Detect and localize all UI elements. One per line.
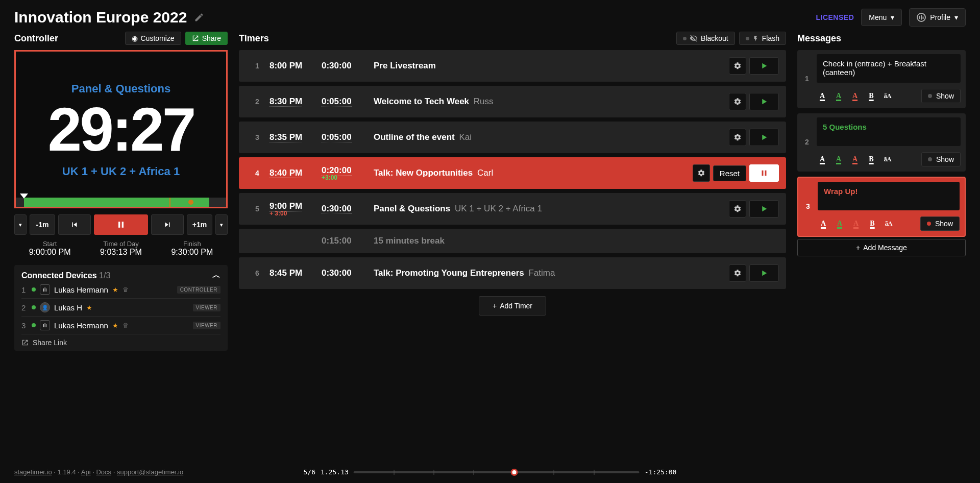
timer-row[interactable]: 3 8:35 PM 0:05:00 Outline of the event K… <box>239 122 786 153</box>
settings-button[interactable] <box>729 57 746 75</box>
star-icon: ★ <box>112 286 118 294</box>
show-message-button[interactable]: Show <box>921 89 961 103</box>
blackout-button[interactable]: Blackout <box>676 32 735 45</box>
eye-off-icon <box>690 34 698 42</box>
timer-label: Talk: Promoting Young Entrepreners Fatim… <box>374 268 728 278</box>
device-row[interactable]: 1 ılı Lukas Hermann ★ ♛ CONTROLLER <box>21 281 220 298</box>
connected-devices-panel: Connected Devices 1/3 ︿ 1 ılı Lukas Herm… <box>14 265 228 351</box>
device-name: Lukas H <box>54 303 82 312</box>
device-index: 2 <box>21 303 28 312</box>
start-time: 9:00:00 PM <box>29 248 71 257</box>
progress-dot-icon <box>188 200 193 205</box>
timer-row[interactable]: 2 8:30 PM 0:05:00 Welcome to Tech Week R… <box>239 86 786 117</box>
add-message-button[interactable]: + Add Message <box>797 239 966 256</box>
plus-icon: + <box>493 302 497 310</box>
format-case-button[interactable]: ãA <box>882 156 893 163</box>
timeline-slider[interactable] <box>354 471 640 473</box>
settings-button[interactable] <box>729 264 746 282</box>
timer-speaker: Kai <box>459 132 472 142</box>
status-dot-icon <box>927 222 931 226</box>
previous-button[interactable] <box>58 214 91 235</box>
timer-label: 15 minutes break <box>374 236 779 246</box>
timer-index: 6 <box>246 269 268 277</box>
show-message-button[interactable]: Show <box>921 152 961 166</box>
next-button[interactable] <box>151 214 184 235</box>
timer-duration: 0:05:00 <box>322 96 373 107</box>
format-bold-button[interactable]: B <box>866 92 877 100</box>
settings-button[interactable] <box>729 200 746 218</box>
profile-dropdown[interactable]: Profile ▾ <box>909 8 966 27</box>
format-case-button[interactable]: ãA <box>883 220 894 228</box>
play-button[interactable] <box>749 129 779 146</box>
timer-break-row[interactable]: 0:15:00 15 minutes break <box>239 229 786 253</box>
footer-docs-link[interactable]: Docs <box>96 468 111 476</box>
flash-button[interactable]: Flash <box>739 32 786 45</box>
pause-button[interactable] <box>94 214 148 235</box>
device-row[interactable]: 2 👤 Lukas H ★ VIEWER <box>21 298 220 316</box>
footer-api-link[interactable]: Api <box>81 468 91 476</box>
play-button[interactable] <box>749 93 779 110</box>
format-color-white-button[interactable]: A <box>817 155 828 163</box>
footer-site-link[interactable]: stagetimer.io <box>14 468 52 476</box>
reset-button[interactable]: Reset <box>713 165 746 181</box>
message-card: 3 Wrap Up! A A A B ãA Show <box>797 177 966 237</box>
profile-icon <box>917 13 926 22</box>
pencil-icon[interactable] <box>194 12 204 22</box>
plus-1m-button[interactable]: +1m <box>187 214 212 235</box>
message-text-input[interactable]: Check in (entrace) + Breakfast (canteen) <box>817 54 961 83</box>
menu-dropdown[interactable]: Menu ▾ <box>861 9 902 26</box>
eye-icon: ◉ <box>132 34 138 42</box>
device-name: Lukas Hermann <box>54 321 108 330</box>
footer-support-link[interactable]: support@stagetimer.io <box>117 468 183 476</box>
share-link-button[interactable]: Share Link <box>21 334 220 347</box>
settings-button[interactable] <box>729 93 746 110</box>
play-button[interactable] <box>749 264 779 282</box>
format-color-red-button[interactable]: A <box>850 220 862 228</box>
customize-button[interactable]: ◉ Customize <box>125 32 181 45</box>
add-timer-button[interactable]: + Add Timer <box>479 296 546 316</box>
timer-row[interactable]: 4 8:40 PM 0:20:00+3:00 Talk: New Opportu… <box>239 157 786 189</box>
svg-rect-8 <box>762 171 764 176</box>
minus-1m-button[interactable]: -1m <box>30 214 55 235</box>
plus-dropdown[interactable]: ▾ <box>215 214 228 235</box>
timer-start-time: 8:45 PM <box>270 268 321 278</box>
svg-rect-4 <box>122 222 124 228</box>
settings-button[interactable] <box>729 129 746 146</box>
timer-start-time: 8:35 PM <box>270 132 321 142</box>
format-bold-button[interactable]: B <box>867 220 878 228</box>
play-button[interactable] <box>749 200 779 218</box>
minus-dropdown[interactable]: ▾ <box>14 214 27 235</box>
timer-row[interactable]: 6 8:45 PM 0:30:00 Talk: Promoting Young … <box>239 257 786 289</box>
timer-duration: 0:30:00 <box>322 268 373 278</box>
timer-index: 1 <box>246 62 268 70</box>
format-color-red-button[interactable]: A <box>849 155 861 163</box>
customize-label: Customize <box>141 34 175 42</box>
format-bold-button[interactable]: B <box>866 155 877 163</box>
controller-card-subtitle: UK 1 + UK 2 + Africa 1 <box>62 165 180 178</box>
settings-button[interactable] <box>693 164 710 182</box>
chevron-up-icon[interactable]: ︿ <box>212 270 220 281</box>
format-color-white-button[interactable]: A <box>817 92 828 100</box>
progress-bar[interactable] <box>16 198 226 207</box>
svg-rect-1 <box>921 15 922 20</box>
timer-duration: 0:05:00 <box>322 132 373 142</box>
message-text-input[interactable]: 5 Questions <box>817 117 961 146</box>
timer-row[interactable]: 5 9:00 PM+ 3:00 0:30:00 Panel & Question… <box>239 193 786 225</box>
show-message-button[interactable]: Show <box>920 216 960 231</box>
format-color-red-button[interactable]: A <box>849 92 861 100</box>
format-color-green-button[interactable]: A <box>833 92 844 100</box>
format-color-green-button[interactable]: A <box>834 220 845 228</box>
message-text-input[interactable]: Wrap Up! <box>818 182 960 210</box>
message-index: 3 <box>803 202 813 210</box>
timer-row[interactable]: 1 8:00 PM 0:30:00 Pre Livestream <box>239 50 786 82</box>
format-color-green-button[interactable]: A <box>833 155 844 163</box>
slider-thumb[interactable] <box>511 469 518 476</box>
play-button[interactable] <box>749 57 779 75</box>
device-row[interactable]: 3 ılı Lukas Hermann ★ ♛ VIEWER <box>21 316 220 334</box>
pause-button[interactable] <box>749 164 779 182</box>
format-case-button[interactable]: ãA <box>882 92 893 100</box>
timer-duration: 0:20:00+3:00 <box>322 165 373 181</box>
share-button[interactable]: Share <box>185 32 228 45</box>
format-color-white-button[interactable]: A <box>818 220 829 228</box>
footer-time-right: -1:25:00 <box>645 468 677 476</box>
